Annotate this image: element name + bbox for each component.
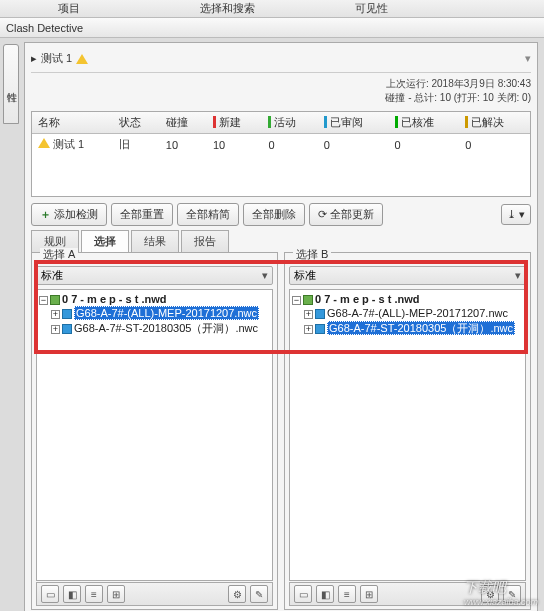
tab-results[interactable]: 结果	[131, 230, 179, 252]
delete-all-button[interactable]: 全部删除	[243, 203, 305, 226]
test-title: 测试 1	[41, 51, 72, 66]
meta-info: 上次运行: 2018年3月9日 8:30:43 碰撞 - 总计: 10 (打开:…	[31, 77, 531, 105]
last-run-text: 上次运行: 2018年3月9日 8:30:43	[31, 77, 531, 91]
expand-icon[interactable]: +	[51, 310, 60, 319]
expand-icon[interactable]: +	[51, 325, 60, 334]
selection-a-toolbar: ▭ ◧ ≡ ⊞ ⚙ ✎	[36, 582, 273, 606]
col-resolved[interactable]: 已解决	[459, 112, 530, 134]
update-all-button[interactable]: ⟳全部更新	[309, 203, 383, 226]
export-icon: ⤓	[507, 208, 516, 221]
col-approved[interactable]: 已核准	[389, 112, 460, 134]
tool-button[interactable]: ⊞	[360, 585, 378, 603]
test-header[interactable]: ▸ 测试 1 ▾	[31, 49, 531, 73]
tab-report[interactable]: 报告	[181, 230, 229, 252]
warning-icon	[38, 138, 50, 148]
model-icon	[315, 324, 325, 334]
tool-button[interactable]: ≡	[338, 585, 356, 603]
reset-all-button[interactable]: 全部重置	[111, 203, 173, 226]
file-icon	[303, 295, 313, 305]
tree-root-a[interactable]: 0 7 - m e p - s t .nwd	[62, 293, 167, 305]
col-clash[interactable]: 碰撞	[160, 112, 207, 134]
table-row[interactable]: 测试 1 旧 10 10 0 0 0 0	[32, 134, 530, 156]
selection-b-toolbar: ▭ ◧ ≡ ⊞ ⚙ ✎	[289, 582, 526, 606]
tab-select[interactable]: 选择	[81, 230, 129, 252]
button-row: ＋添加检测 全部重置 全部精简 全部删除 ⟳全部更新 ⤓ ▾	[31, 203, 531, 226]
tool-button[interactable]: ✎	[250, 585, 268, 603]
selection-a-tree[interactable]: −0 7 - m e p - s t .nwd +G68-A-7#-(ALL)-…	[36, 289, 273, 581]
collapse-caret-icon[interactable]: ▾	[525, 52, 531, 65]
selection-a-legend: 选择 A	[40, 248, 78, 260]
model-icon	[62, 309, 72, 319]
clash-summary-text: 碰撞 - 总计: 10 (打开: 10 关闭: 0)	[31, 91, 531, 105]
tree-item-b1[interactable]: G68-A-7#-(ALL)-MEP-20171207.nwc	[327, 307, 508, 319]
expand-icon[interactable]: +	[304, 310, 313, 319]
model-icon	[62, 324, 72, 334]
add-test-button[interactable]: ＋添加检测	[31, 203, 107, 226]
file-icon	[50, 295, 60, 305]
tool-button[interactable]: ◧	[316, 585, 334, 603]
plus-icon: ＋	[40, 207, 51, 222]
expand-caret-icon[interactable]: ▸	[31, 52, 37, 65]
tree-root-b[interactable]: 0 7 - m e p - s t .nwd	[315, 293, 420, 305]
tool-button[interactable]: ▭	[41, 585, 59, 603]
collapse-icon[interactable]: −	[39, 296, 48, 305]
tree-item-b2[interactable]: G68-A-7#-ST-20180305（开洞）.nwc	[327, 321, 515, 335]
tool-button[interactable]: ⚙	[481, 585, 499, 603]
menu-project[interactable]: 项目	[58, 1, 80, 16]
col-review[interactable]: 已审阅	[318, 112, 389, 134]
col-status[interactable]: 状态	[113, 112, 160, 134]
tool-button[interactable]: ◧	[63, 585, 81, 603]
model-icon	[315, 309, 325, 319]
sub-tabs: 规则 选择 结果 报告	[31, 230, 531, 252]
selection-a-panel: 选择 A ▾ −0 7 - m e p - s t .nwd +G68-A-7#…	[31, 252, 278, 610]
tool-button[interactable]: ✎	[503, 585, 521, 603]
refine-all-button[interactable]: 全部精简	[177, 203, 239, 226]
tool-button[interactable]: ▭	[294, 585, 312, 603]
col-active[interactable]: 活动	[262, 112, 317, 134]
selection-a-filter-input[interactable]	[41, 270, 262, 282]
tree-item-a1[interactable]: G68-A-7#-(ALL)-MEP-20171207.nwc	[74, 306, 259, 320]
menu-select-search[interactable]: 选择和搜索	[200, 1, 255, 16]
refresh-icon: ⟳	[318, 208, 327, 221]
expand-icon[interactable]: +	[304, 325, 313, 334]
warning-icon	[76, 54, 88, 64]
export-button[interactable]: ⤓ ▾	[501, 204, 531, 225]
menu-visibility[interactable]: 可见性	[355, 1, 388, 16]
top-menu-bar: 项目 选择和搜索 可见性	[0, 0, 544, 18]
window-title: Clash Detective	[0, 18, 544, 38]
main-panel: ▸ 测试 1 ▾ 上次运行: 2018年3月9日 8:30:43 碰撞 - 总计…	[24, 42, 538, 611]
tree-item-a2[interactable]: G68-A-7#-ST-20180305（开洞）.nwc	[74, 322, 258, 334]
side-tab[interactable]: 特性	[3, 44, 19, 124]
col-new[interactable]: 新建	[207, 112, 262, 134]
tool-button[interactable]: ⚙	[228, 585, 246, 603]
chevron-down-icon[interactable]: ▾	[515, 269, 521, 282]
selection-b-panel: 选择 B ▾ −0 7 - m e p - s t .nwd +G68-A-7#…	[284, 252, 531, 610]
chevron-down-icon[interactable]: ▾	[262, 269, 268, 282]
selection-b-filter-input[interactable]	[294, 270, 515, 282]
tool-button[interactable]: ≡	[85, 585, 103, 603]
selection-b-legend: 选择 B	[293, 248, 331, 260]
col-name[interactable]: 名称	[32, 112, 113, 134]
tool-button[interactable]: ⊞	[107, 585, 125, 603]
results-grid[interactable]: 名称 状态 碰撞 新建 活动 已审阅 已核准 已解决 测试 1 旧 10 10 …	[31, 111, 531, 197]
collapse-icon[interactable]: −	[292, 296, 301, 305]
selection-b-tree[interactable]: −0 7 - m e p - s t .nwd +G68-A-7#-(ALL)-…	[289, 289, 526, 581]
